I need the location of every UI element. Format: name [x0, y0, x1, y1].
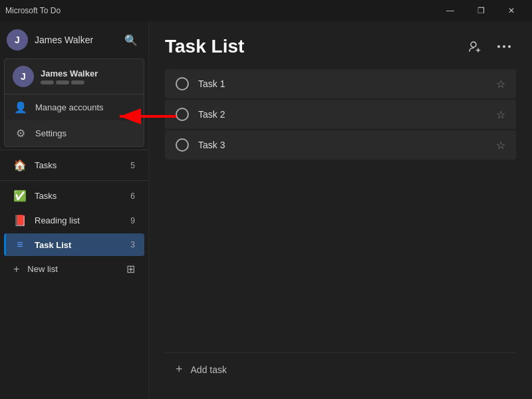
- window-controls: — ❐ ✕: [435, 0, 527, 21]
- new-list-row[interactable]: + New list ⊞: [4, 257, 144, 281]
- more-options-icon: [497, 45, 511, 48]
- new-list-label: New list: [27, 264, 58, 274]
- more-options-button[interactable]: [492, 35, 516, 59]
- task-list-icon: ≡: [13, 239, 27, 251]
- manage-accounts-item[interactable]: 👤 Manage accounts: [5, 94, 144, 120]
- sidebar-item-task-list[interactable]: ≡ Task List 3: [4, 233, 144, 256]
- titlebar: Microsoft To Do — ❐ ✕: [0, 0, 532, 21]
- task-left: Task 3: [176, 138, 225, 152]
- add-person-icon: [468, 40, 481, 53]
- header-actions: [463, 35, 516, 59]
- settings-item[interactable]: ⚙ Settings: [5, 120, 144, 146]
- add-task-plus-icon: +: [176, 362, 183, 376]
- task-label: Task 2: [198, 109, 225, 120]
- reading-list-icon: 📕: [13, 214, 27, 227]
- reading-list-badge: 9: [124, 216, 135, 225]
- close-button[interactable]: ✕: [496, 0, 527, 21]
- nav-item-left-tasklist: ≡ Task List: [13, 239, 71, 251]
- dot-3: [71, 80, 84, 84]
- dropdown-user-info: James Walker: [41, 68, 98, 84]
- dropdown-avatar: J: [13, 66, 34, 87]
- tasks-badge: 6: [124, 192, 135, 201]
- app-container: J James Walker 🔍 J James Walker 👤: [0, 21, 532, 399]
- task-star[interactable]: ☆: [496, 108, 505, 121]
- manage-accounts-label: Manage accounts: [35, 102, 104, 112]
- reading-list-label: Reading list: [35, 215, 80, 225]
- home-icon: 🏠: [13, 159, 27, 172]
- sidebar-header: J James Walker 🔍: [0, 21, 148, 59]
- restore-button[interactable]: ❐: [466, 0, 496, 21]
- svg-point-0: [471, 42, 476, 47]
- task-star[interactable]: ☆: [496, 139, 505, 152]
- settings-label: Settings: [35, 128, 66, 138]
- nav-item-left: 🏠 Tasks: [13, 159, 57, 172]
- search-button[interactable]: 🔍: [120, 29, 142, 51]
- new-list-plus-icon: +: [13, 263, 19, 275]
- avatar: J: [7, 29, 28, 51]
- nav-item-left-reading: 📕 Reading list: [13, 214, 80, 227]
- table-row[interactable]: Task 2 ☆: [165, 100, 516, 129]
- new-list-add-icon: ⊞: [126, 263, 135, 275]
- page-title: Task List: [165, 36, 244, 57]
- new-list-left: + New list: [13, 263, 58, 275]
- task-circle[interactable]: [176, 108, 189, 121]
- user-info[interactable]: J James Walker: [7, 29, 93, 51]
- svg-point-2: [503, 45, 505, 48]
- task-list-label: Task List: [35, 240, 71, 250]
- table-row[interactable]: Task 3 ☆: [165, 130, 516, 160]
- add-task-row[interactable]: + Add task: [165, 352, 516, 386]
- sidebar-item-tasks[interactable]: ✅ Tasks 6: [4, 184, 144, 207]
- dot-1: [41, 80, 54, 84]
- divider-1: [0, 150, 148, 150]
- settings-icon: ⚙: [14, 127, 27, 140]
- nav-item-left-tasks: ✅ Tasks: [13, 190, 57, 202]
- main-content: Task List: [149, 21, 532, 399]
- minimize-button[interactable]: —: [435, 0, 466, 21]
- task-star[interactable]: ☆: [496, 78, 505, 90]
- user-dots: [41, 80, 98, 84]
- tasks-check-icon: ✅: [13, 190, 27, 202]
- dropdown-menu: J James Walker 👤 Manage accounts ⚙ Setti…: [4, 59, 144, 147]
- task-label: Task 3: [198, 140, 225, 150]
- sidebar: J James Walker 🔍 J James Walker 👤: [0, 21, 149, 399]
- sidebar-item-tasks-home[interactable]: 🏠 Tasks 5: [4, 154, 144, 177]
- username: James Walker: [35, 35, 93, 45]
- add-task-label: Add task: [191, 364, 227, 375]
- add-person-button[interactable]: [463, 35, 487, 59]
- tasks-list-label: Tasks: [35, 191, 57, 201]
- task-label: Task 1: [198, 78, 225, 89]
- svg-point-3: [508, 45, 511, 48]
- dropdown-username: James Walker: [41, 68, 98, 78]
- manage-accounts-icon: 👤: [14, 101, 27, 114]
- task-left: Task 2: [176, 108, 225, 121]
- task-circle[interactable]: [176, 138, 189, 152]
- nav-tasks-label: Tasks: [35, 160, 57, 170]
- dropdown-user-row: J James Walker: [5, 59, 144, 94]
- nav-tasks-badge: 5: [124, 161, 135, 170]
- svg-point-1: [497, 45, 500, 48]
- divider-2: [0, 180, 148, 181]
- main-header: Task List: [165, 35, 516, 59]
- task-circle[interactable]: [176, 77, 189, 90]
- task-list-badge: 3: [124, 240, 135, 249]
- table-row[interactable]: Task 1 ☆: [165, 69, 516, 98]
- dot-2: [56, 80, 69, 84]
- task-left: Task 1: [176, 77, 225, 90]
- sidebar-item-reading-list[interactable]: 📕 Reading list 9: [4, 209, 144, 232]
- app-title: Microsoft To Do: [5, 6, 61, 15]
- task-list: Task 1 ☆ Task 2 ☆ Task 3 ☆: [165, 69, 516, 352]
